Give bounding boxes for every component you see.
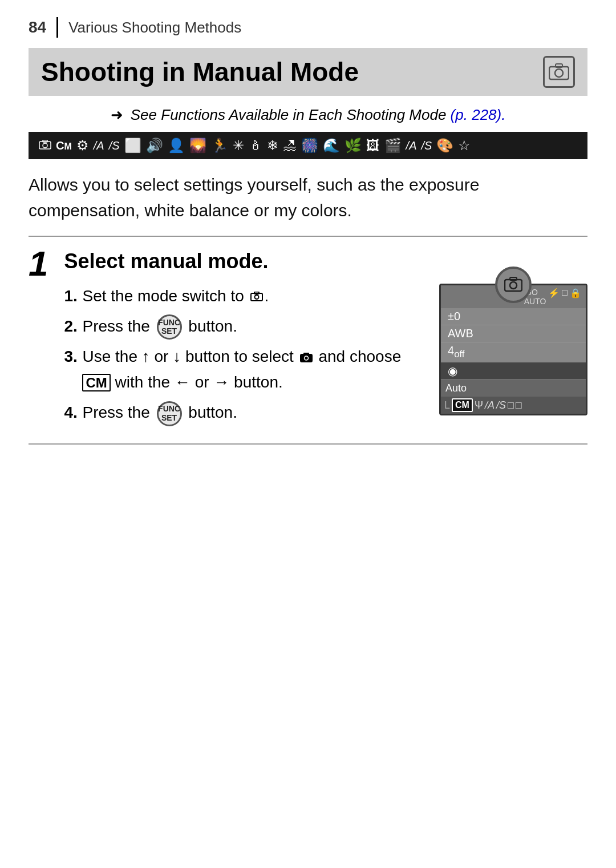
mode-icon-kids: ✳ xyxy=(233,138,244,154)
see-functions-line: ➜ See Functions Available in Each Shooti… xyxy=(29,106,587,124)
li-num-1: 1. xyxy=(64,284,78,309)
cam-row-ev: ±0 xyxy=(441,308,586,325)
page: 84 Various Shooting Methods Shooting in … xyxy=(0,0,616,868)
cam-m-icon: Ψ xyxy=(475,399,483,411)
svg-point-4 xyxy=(43,143,47,148)
li-num-3: 3. xyxy=(64,344,78,370)
cam-flash-icon: ⚡ xyxy=(548,288,560,306)
page-header: 84 Various Shooting Methods xyxy=(29,17,587,38)
svg-point-7 xyxy=(254,295,258,299)
cam-l-label: L xyxy=(444,399,450,411)
section-title: Various Shooting Methods xyxy=(68,19,241,37)
mode-icon-panorama: 🌄 xyxy=(189,138,206,154)
mode-icon-foliage: 🌿 xyxy=(345,138,362,154)
mode-icon-face: 👤 xyxy=(168,138,185,154)
li-num-2: 2. xyxy=(64,314,78,340)
cam-row-flash: 4off xyxy=(441,342,586,362)
instruction-list: 1. Set the mode switch to . xyxy=(64,284,428,426)
cam-a-icon: /A xyxy=(485,399,495,411)
description-text: Allows you to select settings yourself, … xyxy=(29,172,587,223)
step-instructions: 1. Set the mode switch to . xyxy=(64,284,428,431)
mode-icon-a2: /A xyxy=(406,139,417,152)
camera-mode-icon xyxy=(543,56,575,88)
li-text-2: Press the FUNCSET button. xyxy=(82,314,428,340)
mode-icon-extra: ☆ xyxy=(458,138,471,154)
see-functions-arrow: ➜ xyxy=(111,106,123,123)
cam-lock-icon: 🔒 xyxy=(570,288,581,306)
mode-icon-s2: /S xyxy=(422,139,432,152)
mode-icons-strip: CM ⚙ /A /S ⬜ 🔊 👤 🌄 🏃 ✳ 🕯 ❄ 🏖 🎆 🌊 🌿 🖼 🎬 /… xyxy=(29,132,587,159)
mode-icon-underwater: 🌊 xyxy=(323,138,340,154)
cam-row-color: ◉ xyxy=(441,362,586,380)
page-number: 84 xyxy=(29,18,46,37)
cam-d2-icon: □ xyxy=(516,399,522,411)
mode-icon-beach: 🏖 xyxy=(283,138,297,154)
cam-menu-rows: ±0 AWB 4off ◉ xyxy=(441,308,586,380)
list-item: 4. Press the FUNCSET button. xyxy=(64,400,428,426)
camera-preview: ISOAUTO ⚡ □ 🔒 ±0 AWB 4off ◉ xyxy=(439,284,587,431)
list-item: 1. Set the mode switch to . xyxy=(64,284,428,309)
step-number-col: 1 xyxy=(29,249,64,431)
step-main: 1. Set the mode switch to . xyxy=(64,284,587,431)
li-text-4: Press the FUNCSET button. xyxy=(82,400,428,426)
svg-point-13 xyxy=(510,282,517,289)
li-text-1: Set the mode switch to . xyxy=(82,284,428,309)
mode-icon-a: /A xyxy=(94,139,104,152)
step-section: 1 Select manual mode. 1. Set the mode sw… xyxy=(29,236,587,445)
mode-icon-snow: ❄ xyxy=(267,138,278,154)
svg-rect-11 xyxy=(304,353,309,355)
list-item: 3. Use the ↑ or ↓ button to select and c… xyxy=(64,344,428,395)
camera-screen: ISOAUTO ⚡ □ 🔒 ±0 AWB 4off ◉ xyxy=(439,284,587,415)
cam-bottom-bar: Auto xyxy=(441,380,586,397)
cam-drive-icon: □ xyxy=(562,288,568,306)
mode-icon-auto xyxy=(39,138,51,154)
cam-s-icon: /S xyxy=(496,399,506,411)
mode-icon-scn: ⚙ xyxy=(76,138,89,154)
cam-cm-label: CM xyxy=(452,398,473,412)
li-num-4: 4. xyxy=(64,400,78,426)
mode-icon-q: 🔊 xyxy=(146,138,163,154)
svg-rect-14 xyxy=(510,277,517,280)
cam-auto-label: Auto xyxy=(445,382,467,394)
mode-icon-stitch: 🖼 xyxy=(366,138,380,154)
mode-icon-indoor: 🕯 xyxy=(249,138,262,154)
mode-icon-s: /S xyxy=(109,139,120,152)
cam-mode-bar: L CM Ψ /A /S □ □ xyxy=(441,397,586,414)
mode-icon-movie: 🎬 xyxy=(384,138,402,154)
list-item: 2. Press the FUNCSET button. xyxy=(64,314,428,340)
step-content: Select manual mode. 1. Set the mode swit… xyxy=(64,249,587,431)
mode-icon-color: 🎨 xyxy=(436,138,453,154)
title-section: Shooting in Manual Mode xyxy=(29,48,587,96)
step-number: 1 xyxy=(29,246,48,281)
cam-row-wb: AWB xyxy=(441,325,586,342)
page-title: Shooting in Manual Mode xyxy=(41,56,359,87)
header-divider xyxy=(56,17,58,38)
li-text-3: Use the ↑ or ↓ button to select and choo… xyxy=(82,344,428,395)
cam-d1-icon: □ xyxy=(508,399,514,411)
mode-icon-cm: CM xyxy=(56,139,72,152)
svg-point-1 xyxy=(555,69,563,77)
cam-circle-overlay xyxy=(495,267,532,303)
func-button-inline-2: FUNCSET xyxy=(157,401,182,426)
mode-icon-fireworks: 🎆 xyxy=(301,138,318,154)
see-functions-text: See Functions Available in Each Shooting… xyxy=(131,106,447,123)
svg-rect-2 xyxy=(556,64,562,67)
func-button-inline: FUNCSET xyxy=(157,314,182,340)
mode-icon-sport: 🏃 xyxy=(211,138,228,154)
see-functions-link: (p. 228). xyxy=(451,106,506,123)
mode-icon-rect: ⬜ xyxy=(124,138,141,154)
